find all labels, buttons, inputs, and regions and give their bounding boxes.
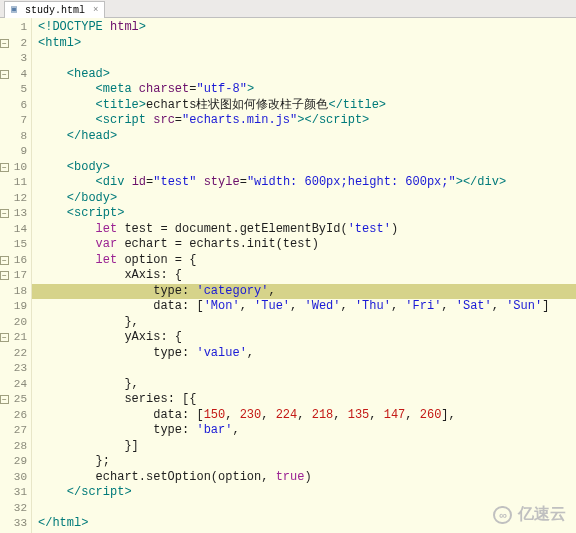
code-area[interactable]: <!DOCTYPE html><html> <head> <meta chars… — [32, 18, 576, 533]
code-line[interactable] — [38, 144, 576, 160]
code-line[interactable]: }] — [38, 439, 576, 455]
line-number: 17− — [0, 268, 31, 284]
fold-toggle-icon[interactable]: − — [0, 271, 9, 280]
code-line[interactable]: <script src="echarts.min.js"></script> — [38, 113, 576, 129]
line-number: 7 — [0, 113, 31, 129]
code-line[interactable]: <!DOCTYPE html> — [38, 20, 576, 36]
code-line[interactable]: </body> — [38, 191, 576, 207]
line-number: 25− — [0, 392, 31, 408]
code-line[interactable] — [38, 51, 576, 67]
fold-toggle-icon[interactable]: − — [0, 70, 9, 79]
line-number: 30 — [0, 470, 31, 486]
fold-toggle-icon[interactable]: − — [0, 395, 9, 404]
line-number: 18 — [0, 284, 31, 300]
line-number: 28 — [0, 439, 31, 455]
code-line[interactable]: let test = document.getElementById('test… — [38, 222, 576, 238]
fold-toggle-icon[interactable]: − — [0, 333, 9, 342]
line-number: 33 — [0, 516, 31, 532]
line-number: 29 — [0, 454, 31, 470]
code-line[interactable]: echart.setOption(option, true) — [38, 470, 576, 486]
code-line[interactable]: <title>echarts柱状图如何修改柱子颜色</title> — [38, 98, 576, 114]
line-number: 6 — [0, 98, 31, 114]
code-line[interactable]: type: 'bar', — [38, 423, 576, 439]
line-number: 3 — [0, 51, 31, 67]
code-line[interactable]: <meta charset="utf-8"> — [38, 82, 576, 98]
code-editor[interactable]: 12−34−5678910−111213−141516−17−18192021−… — [0, 18, 576, 533]
line-number: 10− — [0, 160, 31, 176]
code-line[interactable]: <head> — [38, 67, 576, 83]
line-number: 32 — [0, 501, 31, 517]
code-line[interactable]: <html> — [38, 36, 576, 52]
file-tab[interactable]: ▣ study.html × — [4, 1, 105, 18]
code-line[interactable]: data: [150, 230, 224, 218, 135, 147, 260… — [38, 408, 576, 424]
code-line[interactable]: }, — [38, 315, 576, 331]
watermark-icon: ∞ — [493, 506, 512, 524]
line-number: 2− — [0, 36, 31, 52]
line-number: 11 — [0, 175, 31, 191]
code-line[interactable]: </script> — [38, 485, 576, 501]
line-number: 4− — [0, 67, 31, 83]
line-number: 24 — [0, 377, 31, 393]
watermark: ∞ 亿速云 — [493, 504, 566, 525]
line-number: 22 — [0, 346, 31, 362]
fold-toggle-icon[interactable]: − — [0, 256, 9, 265]
line-number: 14 — [0, 222, 31, 238]
tab-filename: study.html — [25, 5, 85, 16]
code-line[interactable]: type: 'value', — [38, 346, 576, 362]
code-line[interactable]: xAxis: { — [38, 268, 576, 284]
line-number: 19 — [0, 299, 31, 315]
code-line[interactable]: series: [{ — [38, 392, 576, 408]
code-line[interactable]: </head> — [38, 129, 576, 145]
code-line[interactable]: yAxis: { — [38, 330, 576, 346]
code-line[interactable]: data: ['Mon', 'Tue', 'Wed', 'Thu', 'Fri'… — [38, 299, 576, 315]
code-line[interactable]: <script> — [38, 206, 576, 222]
fold-toggle-icon[interactable]: − — [0, 163, 9, 172]
line-number: 27 — [0, 423, 31, 439]
code-line[interactable]: }; — [38, 454, 576, 470]
line-number: 9 — [0, 144, 31, 160]
fold-toggle-icon[interactable]: − — [0, 209, 9, 218]
line-number: 8 — [0, 129, 31, 145]
code-line[interactable]: let option = { — [38, 253, 576, 269]
line-number: 21− — [0, 330, 31, 346]
line-number: 20 — [0, 315, 31, 331]
line-number: 23 — [0, 361, 31, 377]
code-line[interactable]: <div id="test" style="width: 600px;heigh… — [38, 175, 576, 191]
line-number: 16− — [0, 253, 31, 269]
close-icon[interactable]: × — [93, 5, 98, 15]
line-number: 15 — [0, 237, 31, 253]
code-line[interactable] — [38, 361, 576, 377]
line-number: 12 — [0, 191, 31, 207]
html-file-icon: ▣ — [11, 5, 21, 15]
line-number: 1 — [0, 20, 31, 36]
line-number: 31 — [0, 485, 31, 501]
code-line[interactable]: <body> — [38, 160, 576, 176]
line-number: 5 — [0, 82, 31, 98]
line-number-gutter: 12−34−5678910−111213−141516−17−18192021−… — [0, 18, 32, 533]
code-line[interactable]: var echart = echarts.init(test) — [38, 237, 576, 253]
watermark-text: 亿速云 — [518, 504, 566, 525]
tab-bar: ▣ study.html × — [0, 0, 576, 18]
line-number: 13− — [0, 206, 31, 222]
line-number: 26 — [0, 408, 31, 424]
fold-toggle-icon[interactable]: − — [0, 39, 9, 48]
code-line[interactable]: }, — [38, 377, 576, 393]
